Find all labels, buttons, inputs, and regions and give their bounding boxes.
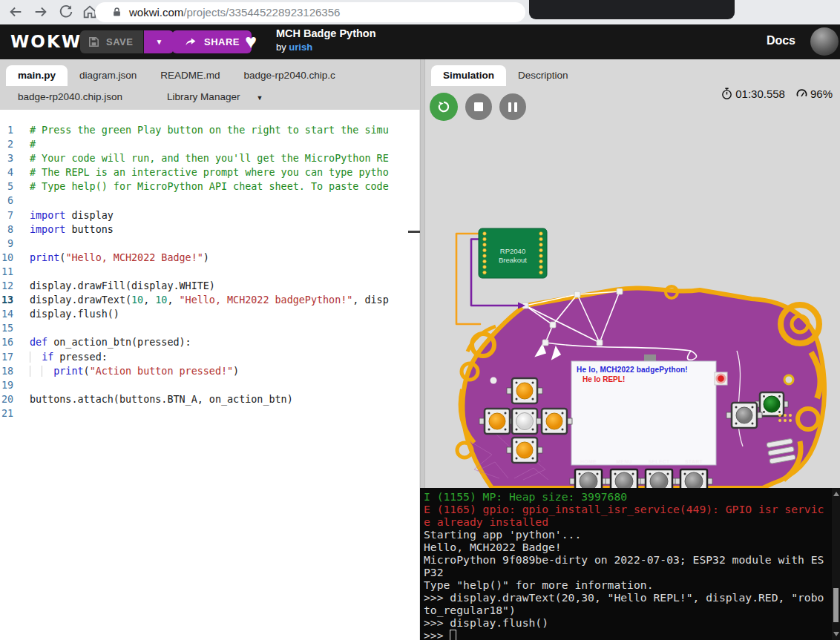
code-line-20[interactable]: 20buttons.attach(buttons.BTN_A, on_actio… [0, 392, 419, 406]
scroll-up-icon[interactable] [833, 492, 839, 496]
code-line-16[interactable]: 16def on_action_btn(pressed): [0, 335, 419, 349]
console-line: e already installed [424, 515, 830, 528]
dpad-up-button[interactable] [507, 378, 542, 403]
sim-performance: 96% [810, 88, 833, 100]
start-button[interactable] [675, 469, 712, 488]
line-number: 14 [0, 307, 30, 321]
docs-link[interactable]: Docs [767, 34, 795, 47]
code-line-18[interactable]: 18 print("Action button pressed!") [0, 364, 419, 378]
scrollbar-thumb[interactable] [833, 588, 839, 622]
menu-bars-graphic [767, 438, 795, 463]
repl-cursor[interactable] [450, 630, 456, 640]
home-button[interactable] [570, 469, 607, 488]
user-avatar[interactable] [810, 27, 839, 56]
code-line-9[interactable]: 9 [0, 237, 419, 251]
back-gray-button[interactable] [726, 403, 762, 428]
scroll-down-icon[interactable] [833, 632, 839, 636]
red-led [715, 372, 727, 385]
dpad-right-button[interactable] [537, 409, 572, 434]
mch2022-badge[interactable] [457, 286, 824, 488]
code-line-1[interactable]: 1# Press the green Play button on the ri… [0, 123, 419, 137]
code-line-15[interactable]: 15 [0, 321, 419, 335]
code-line-21[interactable]: 21 [0, 406, 419, 420]
forward-icon[interactable] [33, 4, 49, 20]
caret-down-icon: ▼ [155, 38, 163, 46]
address-bar[interactable]: wokwi.com/projects/335445228923126356 [95, 2, 525, 22]
dpad-left-button[interactable] [479, 409, 515, 434]
code-line-10[interactable]: 10print("Hello, MCH2022 Badge!") [0, 251, 419, 265]
file-tab-description[interactable]: Description [506, 65, 580, 86]
code-line-2[interactable]: 2# [0, 137, 419, 151]
wokwi-logo[interactable]: WOKWI [10, 32, 90, 51]
code-line-19[interactable]: 19 [0, 378, 419, 392]
file-tab-badge-rp2040-chip-json[interactable]: badge-rp2040.chip.json [6, 87, 134, 108]
console-line: >>> display.drawText(20,30, "Hello REPL!… [424, 591, 830, 604]
home-button-label: HOME [572, 459, 605, 464]
reload-icon[interactable] [58, 4, 74, 20]
select-button[interactable] [640, 469, 677, 488]
file-tab-bar: main.pydiagram.jsonREADME.mdbadge-rp2040… [0, 59, 420, 110]
code-line-17[interactable]: 17 if pressed: [0, 350, 419, 364]
rp2040-breakout-board[interactable]: RP2040 Breakout [479, 228, 547, 278]
code-line-3[interactable]: 3# Your code will run, and then you'll g… [0, 151, 419, 165]
console-line: MicroPython 9f089be-dirty on 2022-07-03;… [424, 553, 830, 566]
wokwi-app-window: wokwi.com/projects/335445228923126356 WO… [0, 0, 840, 640]
editor-scroll-marker[interactable] [408, 231, 420, 233]
file-tab-readme-md[interactable]: README.md [148, 65, 232, 86]
code-line-8[interactable]: 8import buttons [0, 222, 419, 237]
line-number: 19 [0, 378, 30, 392]
code-line-12[interactable]: 12display.drawFill(display.WHITE) [0, 279, 419, 293]
lock-icon [111, 7, 122, 18]
file-tab-simulation[interactable]: Simulation [431, 65, 506, 86]
share-button[interactable]: SHARE [172, 30, 252, 53]
menu-button[interactable] [606, 469, 643, 488]
board-label-2: Breakout [499, 256, 527, 264]
console-line: Hello, MCH2022 Badge! [424, 541, 830, 553]
file-tab-badge-rp2040-chip-c[interactable]: badge-rp2040.chip.c [232, 65, 347, 86]
code-line-5[interactable]: 5# Type help() for MicroPython API cheat… [0, 179, 419, 194]
line-number: 13 [0, 293, 30, 307]
dpad-center-button[interactable] [512, 409, 537, 434]
line-number: 17 [0, 350, 30, 364]
code-line-14[interactable]: 14display.flush() [0, 307, 419, 321]
library-manager-button[interactable]: Library Manager▼ [155, 87, 275, 108]
code-line-11[interactable]: 11 [0, 265, 419, 279]
project-author: by urish [276, 42, 376, 53]
stop-button[interactable] [465, 93, 492, 120]
code-line-7[interactable]: 7import display [0, 208, 419, 222]
console-line: I (1155) MP: Heap size: 3997680 [424, 490, 830, 503]
pearl-dot [490, 377, 497, 384]
restart-button[interactable] [430, 93, 458, 121]
save-dropdown-button[interactable]: ▼ [144, 30, 174, 53]
console-line: Starting app 'python'... [424, 528, 830, 541]
restart-icon [436, 99, 451, 114]
favorite-heart-icon[interactable]: ♥ [245, 30, 257, 53]
simulation-canvas[interactable]: RP2040 Breakout He lo, MCH2022 badgePyth… [425, 122, 840, 488]
file-tab-main-py[interactable]: main.py [6, 65, 68, 86]
sim-time: 01:30.558 [735, 88, 785, 100]
dpad-down-button[interactable] [507, 438, 542, 463]
stopwatch-icon [721, 88, 733, 100]
browser-toolbar: wokwi.com/projects/335445228923126356 [0, 0, 840, 24]
file-tab-diagram-json[interactable]: diagram.json [68, 65, 148, 86]
stop-icon [474, 102, 483, 111]
display-text-line1: He lo, MCH2022 badgePython! [577, 366, 688, 374]
save-label: SAVE [106, 36, 133, 47]
code-line-4[interactable]: 4# The REPL is an interactive prompt whe… [0, 165, 419, 179]
share-label: SHARE [204, 36, 240, 47]
save-button[interactable]: SAVE [80, 30, 143, 53]
code-editor[interactable]: 1# Press the green Play button on the ri… [0, 110, 420, 640]
code-line-13[interactable]: 13display.drawText(10, 10, "Hello, MCH20… [0, 293, 419, 307]
console-line: to_regular18") [424, 604, 830, 616]
caret-down-icon: ▼ [256, 94, 263, 102]
back-icon[interactable] [7, 4, 24, 20]
line-number: 21 [0, 406, 30, 420]
url-path: /projects/335445228923126356 [183, 6, 340, 19]
author-link[interactable]: urish [289, 42, 312, 53]
line-number: 6 [0, 194, 30, 208]
pause-button[interactable] [499, 93, 526, 120]
console-scrollbar[interactable] [832, 488, 840, 640]
code-line-6[interactable]: 6 [0, 194, 419, 208]
serial-console[interactable]: I (1155) MP: Heap size: 3997680E (1165) … [420, 488, 840, 640]
line-number: 20 [0, 392, 30, 406]
